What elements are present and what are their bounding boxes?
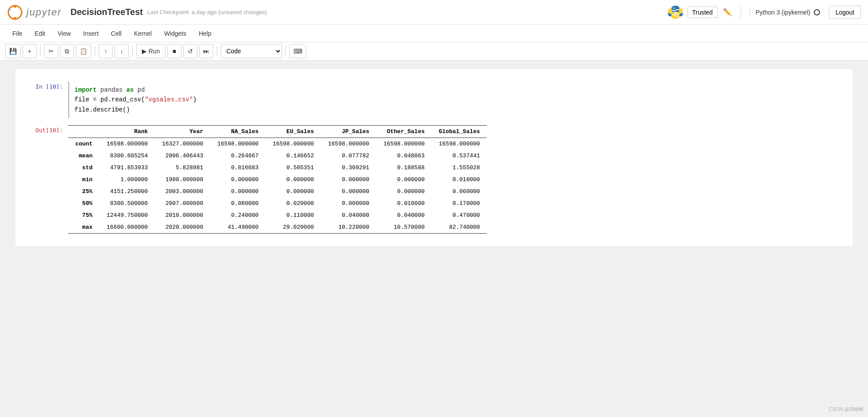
describe-call: file.describe() [74, 106, 130, 113]
output-table: Rank Year NA_Sales EU_Sales JP_Sales Oth… [68, 125, 487, 234]
svg-point-0 [8, 5, 22, 19]
menu-cell[interactable]: Cell [106, 28, 127, 39]
move-up-button[interactable]: ↑ [99, 44, 113, 58]
notebook-content: In [10]: import pandas as pd file = pd.r… [15, 69, 853, 246]
add-cell-button[interactable]: + [22, 44, 37, 58]
row-label: 50% [68, 197, 100, 209]
row-cell: 29.020000 [266, 221, 321, 234]
row-cell: 0.170000 [432, 197, 487, 209]
run-label: Run [148, 48, 160, 55]
svg-point-4 [673, 7, 675, 9]
row-cell: 0.000000 [210, 174, 266, 186]
row-cell: 41.490000 [210, 221, 266, 234]
col-header-year: Year [155, 126, 211, 138]
row-cell: 8300.605254 [100, 150, 155, 162]
save-button[interactable]: 💾 [5, 44, 21, 58]
table-row: mean8300.6052542006.4064430.2646670.1466… [68, 150, 487, 162]
keyboard-shortcuts-button[interactable]: ⌨ [289, 44, 306, 58]
run-button[interactable]: ▶ Run [136, 44, 166, 58]
menu-file[interactable]: File [7, 28, 28, 39]
row-cell: 2006.406443 [155, 150, 211, 162]
row-cell: 5.828981 [155, 162, 211, 174]
logo-area: jupyter [7, 4, 62, 20]
row-cell: 0.146652 [266, 150, 321, 162]
row-cell: 0.040000 [321, 209, 377, 221]
svg-point-5 [676, 16, 678, 17]
row-cell: 0.020000 [266, 197, 321, 209]
separator-3 [132, 46, 133, 56]
row-cell: 0.080000 [210, 197, 266, 209]
input-cell-content[interactable]: import pandas as pd file = pd.read_csv("… [68, 82, 853, 118]
menu-edit[interactable]: Edit [30, 28, 51, 39]
row-cell: 0.000000 [376, 174, 432, 186]
menu-view[interactable]: View [52, 28, 76, 39]
row-cell: 1.555028 [432, 162, 487, 174]
row-cell: 0.000000 [321, 197, 377, 209]
csv-string: "vgsales.csv" [145, 96, 193, 103]
stop-button[interactable]: ■ [167, 44, 182, 58]
output-cell-content: Rank Year NA_Sales EU_Sales JP_Sales Oth… [68, 125, 853, 234]
row-cell: 10.570000 [376, 221, 432, 234]
row-cell: 16598.000000 [376, 138, 432, 150]
restart-run-button[interactable]: ⏭ [199, 44, 213, 58]
row-cell: 0.048063 [376, 150, 432, 162]
pandas-module: pandas [100, 86, 126, 93]
code-line-1: import pandas as pd [74, 85, 838, 95]
cut-cell-button[interactable]: ✂ [44, 44, 58, 58]
row-cell: 12449.750000 [100, 209, 155, 221]
row-cell: 4791.853933 [100, 162, 155, 174]
row-cell: 2007.000000 [155, 197, 211, 209]
table-row: 50%8300.5000002007.0000000.0800000.02000… [68, 197, 487, 209]
menu-insert[interactable]: Insert [78, 28, 104, 39]
row-cell: 8300.500000 [100, 197, 155, 209]
row-cell: 0.240000 [210, 209, 266, 221]
cell-type-select[interactable]: Code Markdown Raw NBConvert Heading [221, 44, 282, 58]
trusted-button[interactable]: Trusted [687, 7, 718, 18]
row-cell: 0.470000 [432, 209, 487, 221]
row-cell: 0.000000 [210, 186, 266, 197]
notebook-title[interactable]: DecisionTreeTest [70, 7, 143, 17]
row-cell: 2020.000000 [155, 221, 211, 234]
row-cell: 0.010000 [432, 174, 487, 186]
svg-point-2 [14, 17, 16, 19]
row-cell: 16327.000000 [155, 138, 211, 150]
row-cell: 0.000000 [376, 186, 432, 197]
table-header-row: Rank Year NA_Sales EU_Sales JP_Sales Oth… [68, 126, 487, 138]
code-block[interactable]: import pandas as pd file = pd.read_csv("… [68, 82, 844, 118]
pd-alias: pd [137, 86, 145, 93]
col-header-jp-sales: JP_Sales [321, 126, 377, 138]
output-cell: Out[10]: Rank Year NA_Sales EU_Sales JP_… [15, 122, 853, 237]
paste-cell-button[interactable]: 📋 [76, 44, 91, 58]
move-down-button[interactable]: ↓ [115, 44, 129, 58]
row-label: 75% [68, 209, 100, 221]
row-cell: 0.000000 [266, 174, 321, 186]
code-line-3: file.describe() [74, 105, 838, 115]
row-cell: 0.010000 [376, 197, 432, 209]
notebook-area: In [10]: import pandas as pd file = pd.r… [0, 60, 868, 417]
copy-cell-button[interactable]: ⧉ [60, 44, 74, 58]
logout-button[interactable]: Logout [829, 6, 861, 19]
restart-button[interactable]: ↺ [183, 44, 197, 58]
menu-widgets[interactable]: Widgets [159, 28, 192, 39]
row-cell: 16598.000000 [210, 138, 266, 150]
row-cell: 16600.000000 [100, 221, 155, 234]
row-cell: 2003.000000 [155, 186, 211, 197]
run-icon: ▶ [142, 48, 147, 55]
separator-2 [95, 46, 95, 56]
row-cell: 10.220000 [321, 221, 377, 234]
row-cell: 16598.000000 [321, 138, 377, 150]
topbar: jupyter DecisionTreeTest Last Checkpoint… [0, 0, 868, 25]
python-logo-icon [667, 4, 684, 21]
row-cell: 0.505351 [266, 162, 321, 174]
row-cell: 0.060000 [432, 186, 487, 197]
output-cell-label: Out[10]: [15, 125, 68, 234]
row-cell: 4151.250000 [100, 186, 155, 197]
col-header-na-sales: NA_Sales [210, 126, 266, 138]
svg-point-3 [8, 8, 11, 11]
svg-point-1 [14, 4, 16, 7]
menu-help[interactable]: Help [193, 28, 217, 39]
row-cell: 1.000000 [100, 174, 155, 186]
edit-icon-button[interactable]: ✏️ [721, 6, 734, 18]
row-cell: 0.077782 [321, 150, 377, 162]
menu-kernel[interactable]: Kernel [129, 28, 157, 39]
